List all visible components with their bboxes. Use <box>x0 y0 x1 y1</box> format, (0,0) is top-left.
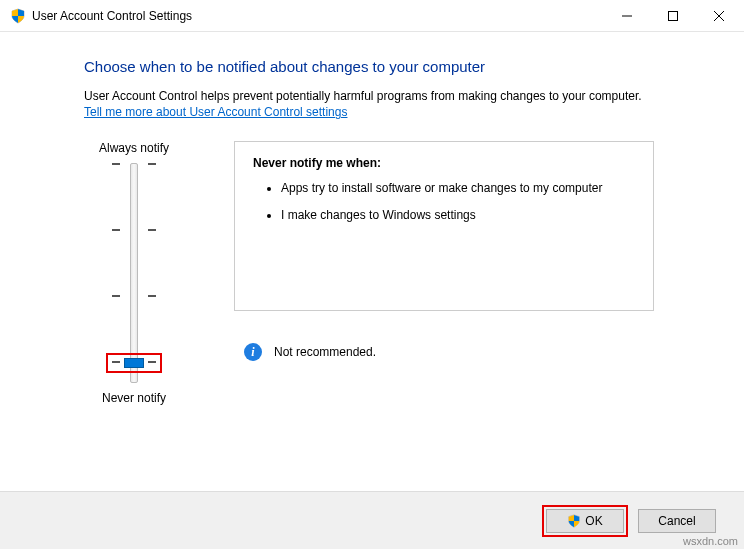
setting-description-box: Never notify me when: Apps try to instal… <box>234 141 654 311</box>
watermark: wsxdn.com <box>683 535 738 547</box>
ok-button-label: OK <box>585 514 602 528</box>
info-icon: i <box>244 343 262 361</box>
slider-bottom-label: Never notify <box>102 391 166 405</box>
learn-more-link[interactable]: Tell me more about User Account Control … <box>84 105 347 119</box>
description-text: User Account Control helps prevent poten… <box>84 89 710 103</box>
content-area: Choose when to be notified about changes… <box>0 32 744 415</box>
uac-shield-icon <box>567 514 581 528</box>
recommendation-row: i Not recommended. <box>234 343 710 361</box>
minimize-button[interactable] <box>604 1 650 31</box>
cancel-button[interactable]: Cancel <box>638 509 716 533</box>
slider-thumb[interactable] <box>124 358 144 368</box>
description-bullet: I make changes to Windows settings <box>281 207 635 224</box>
window-title: User Account Control Settings <box>32 9 604 23</box>
recommendation-text: Not recommended. <box>274 345 376 359</box>
cancel-button-label: Cancel <box>658 514 695 528</box>
description-title: Never notify me when: <box>253 156 635 170</box>
dialog-footer: OK Cancel <box>0 491 744 549</box>
svg-rect-1 <box>669 11 678 20</box>
slider-top-label: Always notify <box>99 141 169 155</box>
slider-thumb-highlight <box>106 353 162 373</box>
ok-button-highlight: OK <box>542 505 628 537</box>
description-bullet: Apps try to install software or make cha… <box>281 180 635 197</box>
page-heading: Choose when to be notified about changes… <box>84 58 710 75</box>
notification-slider: Always notify Never notify <box>84 141 184 405</box>
ok-button[interactable]: OK <box>546 509 624 533</box>
slider-track[interactable] <box>104 163 164 383</box>
titlebar: User Account Control Settings <box>0 0 744 32</box>
maximize-button[interactable] <box>650 1 696 31</box>
close-button[interactable] <box>696 1 742 31</box>
uac-shield-icon <box>10 8 26 24</box>
